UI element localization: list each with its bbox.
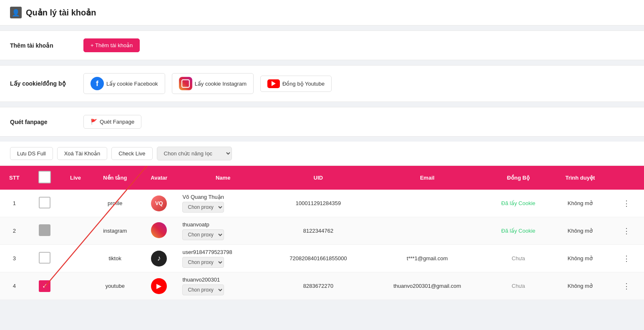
- col-name: Name: [178, 166, 267, 190]
- cell-uid: 100011291284359: [268, 190, 369, 217]
- proxy-select[interactable]: Chon proxy: [182, 284, 224, 295]
- cell-checkbox: [29, 217, 61, 245]
- cell-stt: 2: [0, 217, 29, 245]
- cell-live: [61, 217, 91, 245]
- cell-dong-bo: Đã lấy Cookie: [486, 217, 551, 245]
- cell-dong-bo: Chưa: [486, 245, 551, 272]
- fanpage-button[interactable]: 🚩 Quét Fanpage: [83, 115, 141, 129]
- cell-email: thuanvo200301@gmail.com: [369, 272, 486, 300]
- facebook-cookie-button[interactable]: f Lấy cookie Facebook: [83, 73, 165, 94]
- proxy-select[interactable]: Chon proxy: [182, 257, 224, 268]
- page-header: 👤 Quản lý tài khoản: [0, 0, 644, 25]
- col-avatar: Avatar: [140, 166, 178, 190]
- more-button[interactable]: ⋮: [619, 198, 634, 209]
- check-live-button[interactable]: Check Live: [111, 147, 152, 160]
- proxy-select[interactable]: Chon proxy: [182, 202, 224, 213]
- col-platform: Nền tảng: [90, 166, 140, 190]
- cell-more: ⋮: [609, 217, 644, 245]
- cell-uid: 8283672270: [268, 272, 369, 300]
- luu-ds-button[interactable]: Lưu DS Full: [10, 147, 53, 160]
- youtube-sync-label: Đồng bộ Youtube: [282, 81, 325, 87]
- function-select[interactable]: Chon chức năng lọc: [157, 147, 232, 160]
- more-button[interactable]: ⋮: [619, 225, 634, 237]
- col-uid: UID: [268, 166, 369, 190]
- cell-live: [61, 190, 91, 217]
- cell-name: user9184779523798 Chon proxy: [178, 245, 267, 272]
- cell-email: [369, 190, 486, 217]
- table-row: 4 ✓ youtube ▶ thuanvo200301 Chon proxy 8…: [0, 272, 644, 300]
- cell-name: Võ Quang Thuận Chon proxy: [178, 190, 267, 217]
- cell-trinh-duyet: Không mở: [551, 217, 609, 245]
- cookie-section-label: Lấy cookie/đồng bộ: [10, 80, 77, 87]
- table-row: 2 instagram thuanvoatp Chon proxy 812234…: [0, 217, 644, 245]
- instagram-cookie-button[interactable]: Lấy cookie Instagram: [172, 73, 254, 94]
- row-checkbox[interactable]: ✓: [39, 280, 50, 292]
- add-account-button[interactable]: + Thêm tài khoản: [83, 38, 140, 52]
- instagram-cookie-label: Lấy cookie Instagram: [195, 81, 247, 87]
- cell-dong-bo: Đã lấy Cookie: [486, 190, 551, 217]
- facebook-cookie-label: Lấy cookie Facebook: [106, 81, 158, 87]
- col-trinh-duyet: Trình duyệt: [551, 166, 609, 190]
- fanpage-label: Quét fanpage: [10, 119, 77, 125]
- cell-more: ⋮: [609, 190, 644, 217]
- table-row: 3 tiktok ♪ user9184779523798 Chon proxy …: [0, 245, 644, 272]
- cell-dong-bo: Chưa: [486, 272, 551, 300]
- cell-stt: 3: [0, 245, 29, 272]
- table-body: 1 profile VQ Võ Quang Thuận Chon proxy 1…: [0, 190, 644, 300]
- cell-checkbox: [29, 245, 61, 272]
- cell-email: t***1@gmail.com: [369, 245, 486, 272]
- accounts-table: STT Live Nền tảng Avatar Name UID Email …: [0, 166, 644, 300]
- cell-trinh-duyet: Không mở: [551, 272, 609, 300]
- col-email: Email: [369, 166, 486, 190]
- fanpage-button-label: Quét Fanpage: [100, 119, 134, 125]
- cell-avatar: [140, 217, 178, 245]
- cell-platform: youtube: [90, 272, 140, 300]
- instagram-icon: [179, 77, 192, 90]
- cell-avatar: ♪: [140, 245, 178, 272]
- facebook-icon: f: [91, 77, 104, 90]
- toolbar: Lưu DS Full Xoá Tài Khoản Check Live Cho…: [0, 142, 644, 166]
- cell-avatar: ▶: [140, 272, 178, 300]
- cell-trinh-duyet: Không mở: [551, 190, 609, 217]
- add-account-section: Thêm tài khoản + Thêm tài khoản: [0, 30, 644, 60]
- cell-trinh-duyet: Không mở: [551, 245, 609, 272]
- cell-checkbox: ✓: [29, 272, 61, 300]
- col-actions: [609, 166, 644, 190]
- table-row: 1 profile VQ Võ Quang Thuận Chon proxy 1…: [0, 190, 644, 217]
- cell-stt: 4: [0, 272, 29, 300]
- cell-name: thuanvoatp Chon proxy: [178, 217, 267, 245]
- col-dong-bo: Đồng Bộ: [486, 166, 551, 190]
- cell-uid: 8122344762: [268, 217, 369, 245]
- row-checkbox[interactable]: [39, 224, 50, 236]
- table-wrapper: STT Live Nền tảng Avatar Name UID Email …: [0, 166, 644, 300]
- col-checkbox: [29, 166, 61, 190]
- cell-more: ⋮: [609, 245, 644, 272]
- cell-platform: tiktok: [90, 245, 140, 272]
- fanpage-section: Quét fanpage 🚩 Quét Fanpage: [0, 107, 644, 137]
- page-wrapper: 👤 Quản lý tài khoản Thêm tài khoản + Thê…: [0, 0, 644, 330]
- cell-uid: 7208208401661855000: [268, 245, 369, 272]
- more-button[interactable]: ⋮: [619, 280, 634, 292]
- cell-platform: instagram: [90, 217, 140, 245]
- cookie-section: Lấy cookie/đồng bộ f Lấy cookie Facebook…: [0, 65, 644, 102]
- youtube-sync-button[interactable]: Đồng bộ Youtube: [260, 76, 332, 92]
- cell-platform: profile: [90, 190, 140, 217]
- table-header-row: STT Live Nền tảng Avatar Name UID Email …: [0, 166, 644, 190]
- cell-more: ⋮: [609, 272, 644, 300]
- row-checkbox[interactable]: [39, 197, 50, 208]
- more-button[interactable]: ⋮: [619, 253, 634, 264]
- add-account-label: Thêm tài khoản: [10, 42, 77, 49]
- proxy-select[interactable]: Chon proxy: [182, 229, 224, 240]
- cell-checkbox: [29, 190, 61, 217]
- youtube-icon: [267, 79, 280, 88]
- col-stt: STT: [0, 166, 29, 190]
- xoa-tk-button[interactable]: Xoá Tài Khoản: [57, 147, 108, 160]
- cell-name: thuanvo200301 Chon proxy: [178, 272, 267, 300]
- col-live: Live: [61, 166, 91, 190]
- cell-email: [369, 217, 486, 245]
- page-header-icon: 👤: [10, 7, 22, 18]
- cell-live: [61, 245, 91, 272]
- cell-avatar: VQ: [140, 190, 178, 217]
- select-all-checkbox[interactable]: [38, 171, 51, 183]
- row-checkbox[interactable]: [39, 252, 50, 264]
